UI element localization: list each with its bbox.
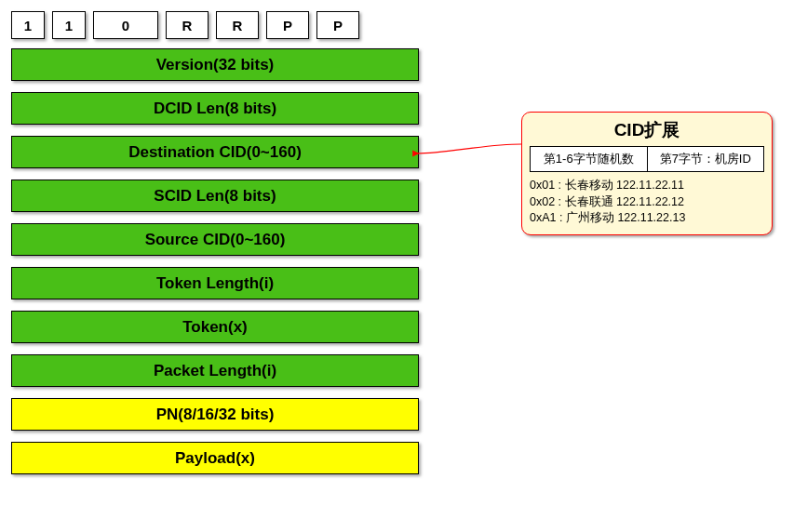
bit-cell: 1 <box>52 11 86 39</box>
bit-cell: P <box>266 11 309 39</box>
callout-arrow <box>410 126 531 181</box>
field-version: Version(32 bits) <box>11 48 419 81</box>
bit-cell: P <box>316 11 359 39</box>
field-payload: Payload(x) <box>11 442 419 474</box>
field-packet-length: Packet Length(i) <box>11 354 419 387</box>
callout-col-random: 第1-6字节随机数 <box>531 147 648 171</box>
callout-row: 0x01 : 长春移动 122.11.22.11 <box>530 178 764 194</box>
field-dcid-len: DCID Len(8 bits) <box>11 92 419 125</box>
field-token-length: Token Length(i) <box>11 267 419 299</box>
bit-cell: 1 <box>11 11 45 39</box>
callout-title: CID扩展 <box>530 118 764 142</box>
callout-table: 第1-6字节随机数 第7字节：机房ID <box>530 146 764 172</box>
field-pn: PN(8/16/32 bits) <box>11 398 419 431</box>
callout-list: 0x01 : 长春移动 122.11.22.11 0x02 : 长春联通 122… <box>530 178 764 227</box>
field-source-cid: Source CID(0~160) <box>11 223 419 256</box>
callout-row: 0xA1 : 广州移动 122.11.22.13 <box>530 210 764 227</box>
header-bits-row: 1 1 0 R R P P <box>11 11 783 39</box>
bit-cell: R <box>216 11 259 39</box>
callout-row: 0x02 : 长春联通 122.11.22.12 <box>530 194 764 211</box>
callout-col-roomid: 第7字节：机房ID <box>648 147 764 171</box>
cid-extension-callout: CID扩展 第1-6字节随机数 第7字节：机房ID 0x01 : 长春移动 12… <box>521 112 773 235</box>
field-destination-cid: Destination CID(0~160) <box>11 136 419 168</box>
field-scid-len: SCID Len(8 bits) <box>11 180 419 212</box>
bit-cell: R <box>166 11 209 39</box>
field-token: Token(x) <box>11 311 419 343</box>
bit-cell: 0 <box>93 11 158 39</box>
